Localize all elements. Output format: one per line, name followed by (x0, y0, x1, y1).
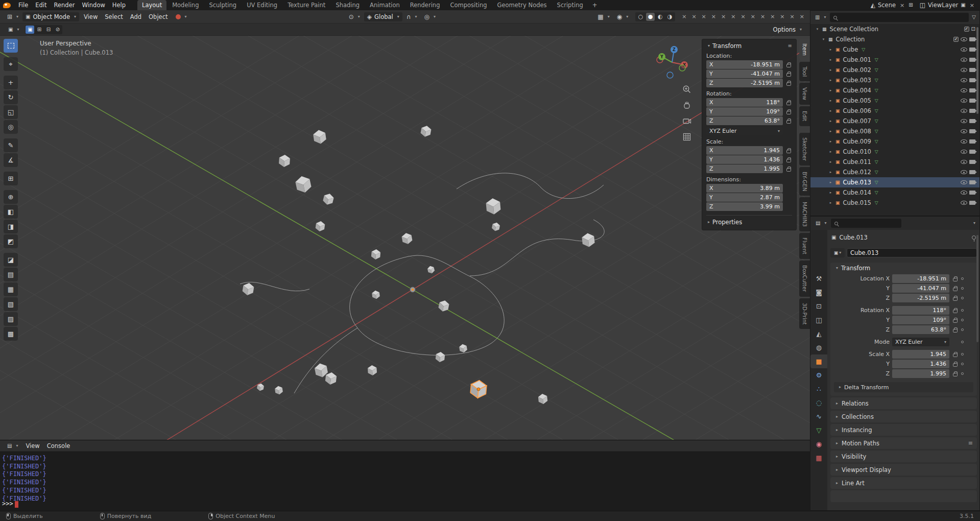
location-y-field[interactable]: Y-41.047 m (706, 69, 783, 78)
value-field-z[interactable]: 1.995 (892, 369, 949, 378)
camera-icon[interactable] (969, 88, 975, 92)
dimension-z-field[interactable]: Z3.99 m (706, 202, 783, 211)
animate-dot[interactable] (961, 363, 964, 365)
addon-toggle-icon[interactable]: × (759, 14, 767, 19)
workspace-tab-geometry-nodes[interactable]: Geometry Nodes (493, 0, 552, 10)
select-mode-extend-button[interactable]: ⊞ (35, 26, 43, 34)
rotation-z-field[interactable]: Z63.8° (706, 116, 783, 125)
tool-add-cube[interactable]: ⊞ (4, 172, 18, 185)
workspace-tab-shading[interactable]: Shading (331, 0, 364, 10)
animate-dot[interactable] (961, 353, 964, 356)
panel-instancing[interactable]: ▸Instancing (830, 424, 977, 436)
panel-menu-icon[interactable]: ≡ (788, 43, 792, 49)
eye-icon[interactable] (961, 58, 967, 62)
sidebar-tab-by-gen[interactable]: BY-GEN (799, 167, 810, 196)
outliner-row-cube-002[interactable]: ▸▣Cube.002▽ (810, 65, 979, 75)
show-gizmo-button[interactable]: ▦▾ (594, 13, 612, 21)
scene-cube[interactable] (242, 282, 255, 296)
outliner-search-input[interactable] (840, 14, 965, 21)
outliner-row-cube-004[interactable]: ▸▣Cube.004▽ (810, 85, 979, 96)
properties-tab-particles[interactable]: ∴ (810, 382, 827, 396)
properties-scrollbar[interactable] (976, 235, 978, 342)
workspace-tab-compositing[interactable]: Compositing (445, 0, 491, 10)
npanel-properties-panel[interactable]: ▸ Properties (706, 219, 792, 226)
sidebar-tab-fluent[interactable]: Fluent (799, 233, 810, 259)
topbar-menu-edit[interactable]: Edit (32, 1, 50, 9)
sidebar-tab-item[interactable]: Item (799, 39, 810, 60)
outliner-row-cube-005[interactable]: ▸▣Cube.005▽ (810, 96, 979, 106)
scene-cube[interactable] (279, 154, 291, 168)
sidebar-tab-boxcutter[interactable]: BoxCutter (799, 260, 810, 297)
scene-cube[interactable] (459, 344, 467, 353)
eye-icon[interactable] (961, 201, 967, 205)
animate-dot[interactable] (961, 297, 964, 299)
lock-icon[interactable] (952, 371, 959, 376)
scene-cube[interactable] (486, 198, 501, 215)
animate-dot[interactable] (961, 328, 964, 331)
lock-icon[interactable] (785, 72, 792, 77)
lock-icon[interactable] (785, 148, 792, 153)
outliner-row-collection[interactable]: ▾▦Collection (810, 34, 979, 44)
shading-rendered-button[interactable]: ◑ (665, 13, 674, 21)
snap-button[interactable]: ∩▾ (403, 13, 420, 21)
camera-icon[interactable] (969, 180, 975, 184)
scene-cube[interactable] (313, 129, 326, 145)
camera-icon[interactable] (969, 119, 975, 123)
shading-solid-button[interactable]: ● (646, 13, 655, 21)
lock-icon[interactable] (952, 276, 959, 281)
zoom-icon[interactable] (682, 85, 691, 94)
scene-cube[interactable] (435, 351, 445, 363)
animate-dot[interactable] (961, 341, 964, 343)
scene-cube[interactable] (401, 232, 413, 245)
properties-tab-object[interactable]: ■ (810, 354, 827, 368)
eye-icon[interactable] (961, 78, 967, 82)
active-tool-icon-button[interactable]: ▣▾ (5, 26, 22, 33)
animate-dot[interactable] (961, 287, 964, 290)
outliner-row-cube[interactable]: ▸▣Cube▽ (810, 44, 979, 55)
properties-tab-render[interactable]: ◙ (810, 286, 827, 299)
sidebar-tab-edit[interactable]: Edit (799, 106, 810, 126)
value-field-y[interactable]: -41.047 m (892, 284, 949, 293)
viewport-menu-add[interactable]: Add (127, 13, 145, 21)
panel-visibility[interactable]: ▸Visibility (830, 451, 977, 462)
topbar-menu-help[interactable]: Help (109, 1, 129, 9)
properties-search-input[interactable] (841, 220, 898, 227)
rotation-y-field[interactable]: Y109° (706, 107, 783, 116)
outliner-scrollbar[interactable] (976, 27, 978, 114)
tool-cursor[interactable]: ⌖ (4, 57, 18, 71)
options-dropdown[interactable]: Options▾ (770, 25, 805, 34)
animate-dot[interactable] (961, 277, 964, 280)
panel-relations[interactable]: ▸Relations (830, 397, 977, 409)
unlink-scene-icon[interactable]: × (898, 3, 906, 8)
outliner-row-cube-006[interactable]: ▸▣Cube.006▽ (810, 106, 979, 116)
eye-icon[interactable] (961, 68, 967, 72)
rotation-mode-dropdown[interactable]: XYZ Euler▾ (892, 338, 949, 346)
object-name-input[interactable] (847, 248, 977, 257)
outliner-editor-type-button[interactable]: ▥▾ (814, 14, 827, 21)
workspace-tab-layout[interactable]: Layout (137, 0, 166, 10)
tool-addon-tool-9[interactable]: ▨ (4, 312, 18, 326)
lock-icon[interactable] (785, 167, 792, 172)
addon-toggle-icon[interactable]: × (720, 14, 727, 19)
scale-y-field[interactable]: Y1.436 (706, 155, 783, 164)
camera-icon[interactable] (969, 58, 975, 62)
camera-icon[interactable] (969, 191, 975, 195)
console-menu-console[interactable]: Console (43, 442, 74, 450)
tool-addon-tool-8[interactable]: ▧ (4, 297, 18, 311)
workspace-tab-animation[interactable]: Animation (365, 0, 404, 10)
lock-icon[interactable] (785, 81, 792, 86)
tool-addon-tool-10[interactable]: ▩ (4, 327, 18, 341)
tool-select-box[interactable] (4, 39, 18, 53)
eye-icon[interactable] (961, 129, 967, 133)
outliner-row-cube-007[interactable]: ▸▣Cube.007▽ (810, 116, 979, 126)
navigation-gizmo[interactable]: XYZ (657, 46, 688, 78)
tool-rotate[interactable]: ↻ (4, 90, 18, 104)
new-scene-icon[interactable]: ⊞ (909, 3, 913, 8)
select-mode-subtract-button[interactable]: ⊟ (44, 26, 53, 34)
properties-tab-object-data[interactable]: ▽ (810, 423, 827, 437)
value-field-location-x[interactable]: -18.951 m (892, 274, 949, 283)
npanel-transform-header[interactable]: ▾ Transform ≡ (706, 42, 792, 50)
properties-tab-output[interactable]: ⊡ (810, 299, 827, 313)
addon-toggle-icon[interactable]: × (798, 14, 806, 19)
camera-icon[interactable] (969, 48, 975, 52)
